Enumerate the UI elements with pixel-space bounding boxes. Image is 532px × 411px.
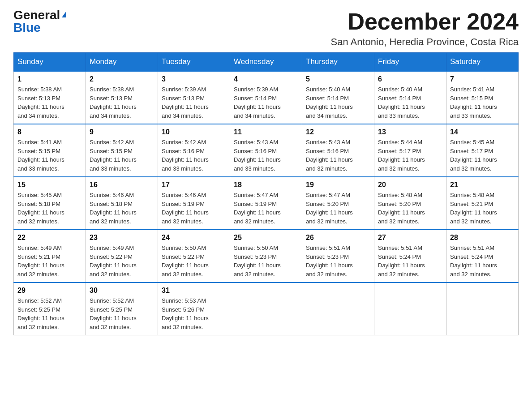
day-number: 11: [234, 128, 298, 136]
calendar-cell: 3 Sunrise: 5:39 AM Sunset: 5:13 PM Dayli…: [158, 71, 230, 124]
day-number: 3: [162, 75, 226, 83]
day-number: 30: [90, 287, 154, 295]
day-number: 7: [450, 75, 515, 83]
day-number: 25: [234, 234, 298, 242]
calendar-cell: 21 Sunrise: 5:48 AM Sunset: 5:21 PM Dayl…: [446, 177, 519, 230]
calendar-cell: 7 Sunrise: 5:41 AM Sunset: 5:15 PM Dayli…: [446, 71, 519, 124]
day-info: Sunrise: 5:43 AM Sunset: 5:16 PM Dayligh…: [234, 138, 298, 173]
calendar-cell: 6 Sunrise: 5:40 AM Sunset: 5:14 PM Dayli…: [374, 71, 446, 124]
day-info: Sunrise: 5:41 AM Sunset: 5:15 PM Dayligh…: [450, 85, 515, 120]
header-day-wednesday: Wednesday: [230, 53, 302, 72]
day-number: 23: [90, 234, 154, 242]
day-number: 26: [306, 234, 370, 242]
day-number: 15: [17, 181, 82, 189]
week-row-1: 1 Sunrise: 5:38 AM Sunset: 5:13 PM Dayli…: [14, 71, 519, 124]
day-info: Sunrise: 5:50 AM Sunset: 5:23 PM Dayligh…: [234, 244, 298, 278]
day-number: 2: [90, 75, 154, 83]
calendar-cell: 23 Sunrise: 5:49 AM Sunset: 5:22 PM Dayl…: [86, 230, 158, 283]
calendar-cell: 27 Sunrise: 5:51 AM Sunset: 5:24 PM Dayl…: [374, 230, 446, 283]
day-number: 17: [162, 181, 226, 189]
day-info: Sunrise: 5:39 AM Sunset: 5:13 PM Dayligh…: [162, 85, 226, 120]
day-info: Sunrise: 5:46 AM Sunset: 5:18 PM Dayligh…: [90, 191, 154, 226]
day-info: Sunrise: 5:46 AM Sunset: 5:19 PM Dayligh…: [162, 191, 226, 226]
header-day-saturday: Saturday: [446, 53, 519, 72]
day-info: Sunrise: 5:40 AM Sunset: 5:14 PM Dayligh…: [306, 85, 370, 120]
day-number: 18: [234, 181, 298, 189]
month-title: December 2024: [331, 9, 519, 34]
calendar-cell: 31 Sunrise: 5:53 AM Sunset: 5:26 PM Dayl…: [158, 283, 230, 335]
title-section: December 2024 San Antonio, Heredia Provi…: [331, 9, 519, 48]
day-number: 1: [17, 75, 82, 83]
calendar-cell: 2 Sunrise: 5:38 AM Sunset: 5:13 PM Dayli…: [86, 71, 158, 124]
logo-blue: Blue: [13, 21, 41, 34]
day-info: Sunrise: 5:49 AM Sunset: 5:21 PM Dayligh…: [17, 244, 82, 278]
calendar-header: SundayMondayTuesdayWednesdayThursdayFrid…: [14, 53, 519, 72]
calendar-cell: 9 Sunrise: 5:42 AM Sunset: 5:15 PM Dayli…: [86, 124, 158, 177]
day-number: 22: [17, 234, 82, 242]
calendar-cell: 25 Sunrise: 5:50 AM Sunset: 5:23 PM Dayl…: [230, 230, 302, 283]
day-number: 27: [378, 234, 442, 242]
logo: General Blue: [13, 9, 66, 34]
calendar-cell: 22 Sunrise: 5:49 AM Sunset: 5:21 PM Dayl…: [14, 230, 86, 283]
calendar-cell: 18 Sunrise: 5:47 AM Sunset: 5:19 PM Dayl…: [230, 177, 302, 230]
calendar-cell: 14 Sunrise: 5:45 AM Sunset: 5:17 PM Dayl…: [446, 124, 519, 177]
day-info: Sunrise: 5:41 AM Sunset: 5:15 PM Dayligh…: [17, 138, 82, 173]
calendar-cell: [446, 283, 519, 335]
calendar-cell: 4 Sunrise: 5:39 AM Sunset: 5:14 PM Dayli…: [230, 71, 302, 124]
calendar-cell: 8 Sunrise: 5:41 AM Sunset: 5:15 PM Dayli…: [14, 124, 86, 177]
day-info: Sunrise: 5:42 AM Sunset: 5:16 PM Dayligh…: [162, 138, 226, 173]
logo-text: General Blue: [13, 9, 66, 34]
day-info: Sunrise: 5:48 AM Sunset: 5:20 PM Dayligh…: [378, 191, 442, 226]
day-number: 12: [306, 128, 370, 136]
calendar-cell: 26 Sunrise: 5:51 AM Sunset: 5:23 PM Dayl…: [302, 230, 374, 283]
day-info: Sunrise: 5:39 AM Sunset: 5:14 PM Dayligh…: [234, 85, 298, 120]
logo-triangle-icon: [62, 11, 66, 17]
week-row-2: 8 Sunrise: 5:41 AM Sunset: 5:15 PM Dayli…: [14, 124, 519, 177]
day-info: Sunrise: 5:48 AM Sunset: 5:21 PM Dayligh…: [450, 191, 515, 226]
header-row: SundayMondayTuesdayWednesdayThursdayFrid…: [14, 53, 519, 72]
calendar-cell: 19 Sunrise: 5:47 AM Sunset: 5:20 PM Dayl…: [302, 177, 374, 230]
day-info: Sunrise: 5:49 AM Sunset: 5:22 PM Dayligh…: [90, 244, 154, 278]
day-info: Sunrise: 5:52 AM Sunset: 5:25 PM Dayligh…: [90, 296, 154, 331]
calendar-cell: 16 Sunrise: 5:46 AM Sunset: 5:18 PM Dayl…: [86, 177, 158, 230]
calendar-cell: 20 Sunrise: 5:48 AM Sunset: 5:20 PM Dayl…: [374, 177, 446, 230]
day-info: Sunrise: 5:53 AM Sunset: 5:26 PM Dayligh…: [162, 296, 226, 331]
day-info: Sunrise: 5:45 AM Sunset: 5:18 PM Dayligh…: [17, 191, 82, 226]
day-info: Sunrise: 5:38 AM Sunset: 5:13 PM Dayligh…: [90, 85, 154, 120]
day-number: 16: [90, 181, 154, 189]
day-info: Sunrise: 5:40 AM Sunset: 5:14 PM Dayligh…: [378, 85, 442, 120]
day-number: 24: [162, 234, 226, 242]
day-number: 31: [162, 287, 226, 295]
header-day-sunday: Sunday: [14, 53, 86, 72]
day-number: 9: [90, 128, 154, 136]
day-info: Sunrise: 5:52 AM Sunset: 5:25 PM Dayligh…: [17, 296, 82, 331]
day-info: Sunrise: 5:51 AM Sunset: 5:24 PM Dayligh…: [378, 244, 442, 278]
day-number: 14: [450, 128, 515, 136]
day-info: Sunrise: 5:43 AM Sunset: 5:16 PM Dayligh…: [306, 138, 370, 173]
calendar-cell: 17 Sunrise: 5:46 AM Sunset: 5:19 PM Dayl…: [158, 177, 230, 230]
calendar-cell: 29 Sunrise: 5:52 AM Sunset: 5:25 PM Dayl…: [14, 283, 86, 335]
calendar-cell: 1 Sunrise: 5:38 AM Sunset: 5:13 PM Dayli…: [14, 71, 86, 124]
calendar-cell: [230, 283, 302, 335]
header-day-monday: Monday: [86, 53, 158, 72]
day-number: 13: [378, 128, 442, 136]
calendar-cell: 15 Sunrise: 5:45 AM Sunset: 5:18 PM Dayl…: [14, 177, 86, 230]
calendar-cell: 28 Sunrise: 5:51 AM Sunset: 5:24 PM Dayl…: [446, 230, 519, 283]
day-number: 8: [17, 128, 82, 136]
day-number: 5: [306, 75, 370, 83]
day-info: Sunrise: 5:44 AM Sunset: 5:17 PM Dayligh…: [378, 138, 442, 173]
day-number: 29: [17, 287, 82, 295]
week-row-4: 22 Sunrise: 5:49 AM Sunset: 5:21 PM Dayl…: [14, 230, 519, 283]
location-subtitle: San Antonio, Heredia Province, Costa Ric…: [331, 36, 519, 48]
calendar-body: 1 Sunrise: 5:38 AM Sunset: 5:13 PM Dayli…: [14, 71, 519, 335]
day-info: Sunrise: 5:45 AM Sunset: 5:17 PM Dayligh…: [450, 138, 515, 173]
header-day-friday: Friday: [374, 53, 446, 72]
day-info: Sunrise: 5:51 AM Sunset: 5:23 PM Dayligh…: [306, 244, 370, 278]
calendar-cell: 24 Sunrise: 5:50 AM Sunset: 5:22 PM Dayl…: [158, 230, 230, 283]
day-info: Sunrise: 5:38 AM Sunset: 5:13 PM Dayligh…: [17, 85, 82, 120]
calendar-cell: 30 Sunrise: 5:52 AM Sunset: 5:25 PM Dayl…: [86, 283, 158, 335]
calendar-cell: 11 Sunrise: 5:43 AM Sunset: 5:16 PM Dayl…: [230, 124, 302, 177]
day-number: 6: [378, 75, 442, 83]
day-number: 10: [162, 128, 226, 136]
day-info: Sunrise: 5:47 AM Sunset: 5:20 PM Dayligh…: [306, 191, 370, 226]
